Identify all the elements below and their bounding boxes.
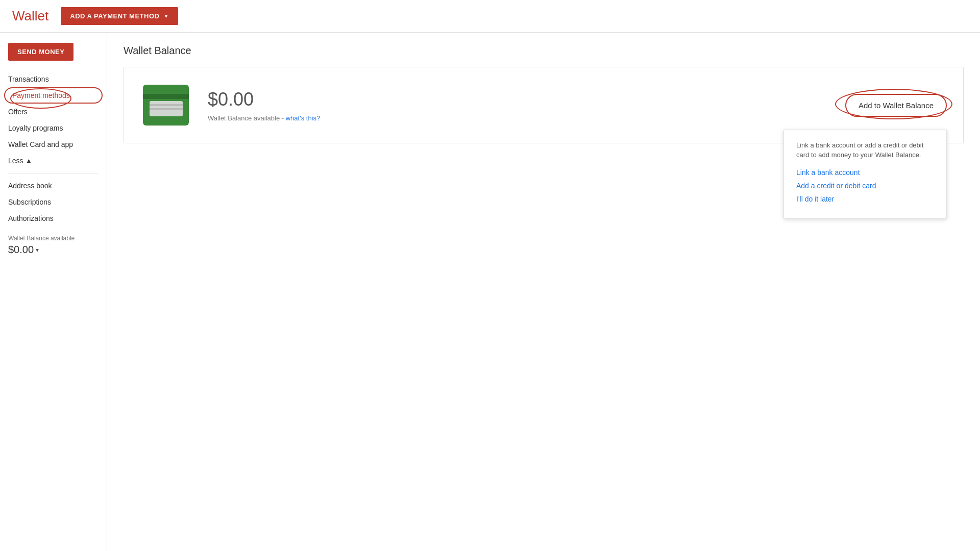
sidebar-item-address-book[interactable]: Address book <box>0 178 107 194</box>
sidebar-nav: Transactions Payment methods Offers Loya… <box>0 71 107 227</box>
sidebar-item-less[interactable]: Less ▲ <box>0 153 107 169</box>
dropdown-arrow-icon: ▼ <box>163 13 168 19</box>
add-payment-method-button[interactable]: ADD A PAYMENT METHOD ▼ <box>61 7 178 25</box>
sidebar-balance-amount: $0.00 ▾ <box>8 244 99 256</box>
sidebar: SEND MONEY Transactions Payment methods … <box>0 33 107 551</box>
add-to-wallet-wrapper: Add to Wallet Balance Link a bank accoun… <box>845 94 947 117</box>
balance-card: $0.00 Wallet Balance available - what's … <box>124 67 964 143</box>
wallet-icon <box>140 80 191 131</box>
header: Wallet ADD A PAYMENT METHOD ▼ <box>0 0 980 33</box>
sidebar-item-transactions[interactable]: Transactions <box>0 71 107 87</box>
sidebar-item-subscriptions[interactable]: Subscriptions <box>0 194 107 210</box>
sidebar-item-authorizations[interactable]: Authorizations <box>0 210 107 227</box>
dropdown-description: Link a bank account or add a credit or d… <box>796 140 934 160</box>
dropdown-panel: Link a bank account or add a credit or d… <box>783 130 947 219</box>
balance-amount: $0.00 <box>208 89 829 110</box>
sidebar-item-payment-methods[interactable]: Payment methods <box>4 87 103 104</box>
svg-rect-3 <box>150 104 183 106</box>
add-to-wallet-label: Add to Wallet Balance <box>859 101 934 110</box>
sidebar-item-loyalty[interactable]: Loyalty programs <box>0 120 107 136</box>
link-bank-account-link[interactable]: Link a bank account <box>796 168 934 177</box>
balance-available-text: Wallet Balance available - what's this? <box>208 114 829 122</box>
main-layout: SEND MONEY Transactions Payment methods … <box>0 33 980 551</box>
balance-dropdown-icon[interactable]: ▾ <box>36 246 39 254</box>
section-title: Wallet Balance <box>124 45 964 57</box>
send-money-button[interactable]: SEND MONEY <box>8 43 74 61</box>
add-payment-label: ADD A PAYMENT METHOD <box>70 12 159 20</box>
sidebar-balance-value: $0.00 <box>8 244 34 256</box>
add-to-wallet-button[interactable]: Add to Wallet Balance <box>845 94 947 117</box>
sidebar-divider <box>8 173 99 173</box>
svg-rect-1 <box>143 94 189 99</box>
page-title: Wallet <box>12 8 48 24</box>
balance-info: $0.00 Wallet Balance available - what's … <box>208 89 829 122</box>
sidebar-item-offers[interactable]: Offers <box>0 104 107 120</box>
do-it-later-link[interactable]: I'll do it later <box>796 195 934 203</box>
main-content: Wallet Balance $0.00 Wallet Balance avai… <box>107 33 980 551</box>
whats-this-link[interactable]: what's this? <box>286 114 321 122</box>
svg-rect-4 <box>150 108 183 110</box>
sidebar-balance-label: Wallet Balance available <box>8 235 99 242</box>
sidebar-item-wallet-card[interactable]: Wallet Card and app <box>0 136 107 153</box>
add-credit-debit-card-link[interactable]: Add a credit or debit card <box>796 182 934 190</box>
sidebar-balance: Wallet Balance available $0.00 ▾ <box>0 227 107 256</box>
